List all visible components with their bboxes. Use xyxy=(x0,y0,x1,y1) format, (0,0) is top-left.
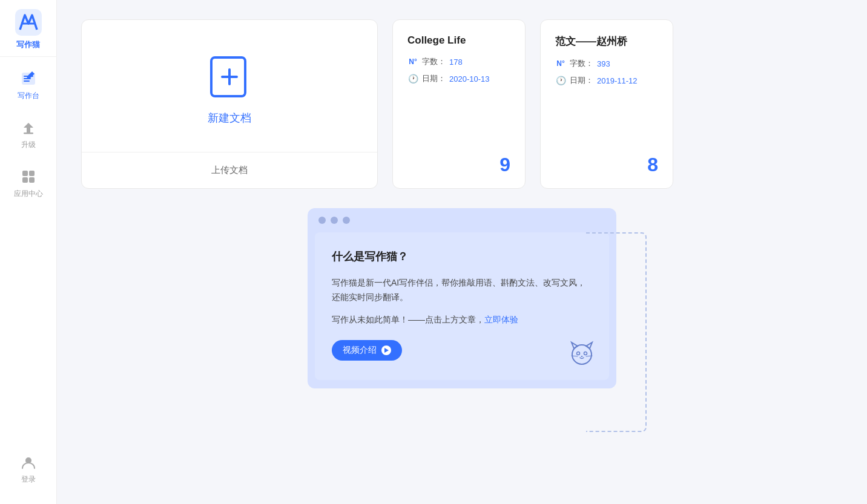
sidebar-item-upgrade[interactable]: 升级 xyxy=(0,111,57,157)
play-icon xyxy=(381,345,391,355)
college-life-wordcount: N° 字数： 178 xyxy=(407,56,510,67)
panel-cta-link[interactable]: 立即体验 xyxy=(484,315,518,324)
fanwen-title: 范文——赵州桥 xyxy=(555,34,658,48)
video-btn-label: 视频介绍 xyxy=(343,345,377,356)
cards-row: 新建文档 上传文档 College Life N° 字数： 178 🕐 日期： … xyxy=(81,19,843,189)
date-label2: 日期： xyxy=(570,75,593,86)
panel-description: 写作猫是新一代AI写作伴侣，帮你推敲用语、斟酌文法、改写文风，还能实时同步翻译。 xyxy=(332,276,592,305)
college-life-title: College Life xyxy=(407,34,510,47)
svg-rect-3 xyxy=(24,133,33,134)
svg-rect-7 xyxy=(29,177,35,183)
login-icon xyxy=(19,453,38,472)
logo-text: 写作猫 xyxy=(16,39,40,50)
sidebar-item-apps[interactable]: 应用中心 xyxy=(0,160,57,206)
college-life-wordcount-value: 178 xyxy=(449,57,463,67)
new-doc-icon xyxy=(205,53,254,101)
cat-mascot xyxy=(567,338,597,368)
panel-cta: 写作从未如此简单！——点击上方文章，立即体验 xyxy=(332,315,592,326)
sidebar-item-upgrade-label: 升级 xyxy=(21,140,36,150)
college-life-date-value: 2020-10-13 xyxy=(449,74,490,83)
fanwen-date: 🕐 日期： 2019-11-12 xyxy=(555,75,658,86)
fanwen-wordcount: N° 字数： 393 xyxy=(555,58,658,69)
svg-marker-13 xyxy=(572,342,578,349)
sidebar-item-write[interactable]: 写作台 xyxy=(0,62,57,108)
fanwen-date-value: 2019-11-12 xyxy=(597,76,638,85)
video-button[interactable]: 视频介绍 xyxy=(332,340,402,361)
fanwen-wordcount-value: 393 xyxy=(597,59,610,68)
sidebar-item-apps-label: 应用中心 xyxy=(14,189,43,199)
college-life-date: 🕐 日期： 2020-10-13 xyxy=(407,73,510,84)
logo-icon xyxy=(13,7,44,38)
svg-point-17 xyxy=(581,356,583,357)
college-life-meta: N° 字数： 178 🕐 日期： 2020-10-13 xyxy=(407,56,510,84)
new-doc-card[interactable]: 新建文档 上传文档 xyxy=(81,19,378,189)
apps-icon xyxy=(19,167,38,186)
svg-point-16 xyxy=(584,352,587,355)
intro-section: 什么是写作猫？ 写作猫是新一代AI写作伴侣，帮你推敲用语、斟酌文法、改写文风，还… xyxy=(81,208,843,388)
new-doc-top: 新建文档 xyxy=(82,20,377,152)
college-life-count: 9 xyxy=(407,154,510,176)
wordcount-label2: 字数： xyxy=(570,58,593,69)
panel-bottom-space xyxy=(308,380,616,388)
upgrade-icon xyxy=(19,118,38,137)
dot2 xyxy=(331,217,338,224)
svg-rect-4 xyxy=(22,171,28,176)
college-life-card[interactable]: College Life N° 字数： 178 🕐 日期： 2020-10-13… xyxy=(392,19,526,189)
upload-doc-area[interactable]: 上传文档 xyxy=(82,152,377,188)
date-icon2: 🕐 xyxy=(555,75,566,86)
upload-doc-label: 上传文档 xyxy=(211,165,248,176)
svg-marker-14 xyxy=(586,342,592,349)
play-triangle xyxy=(384,348,389,353)
sidebar-item-login[interactable]: 登录 xyxy=(0,445,57,492)
fanwen-card[interactable]: 范文——赵州桥 N° 字数： 393 🕐 日期： 2019-11-12 8 xyxy=(540,19,673,189)
new-doc-label: 新建文档 xyxy=(208,111,251,125)
panel-body: 什么是写作猫？ 写作猫是新一代AI写作伴侣，帮你推敲用语、斟酌文法、改写文风，还… xyxy=(315,232,609,380)
panel-titlebar xyxy=(308,208,616,232)
panel-heading: 什么是写作猫？ xyxy=(332,249,592,264)
sidebar-item-write-label: 写作台 xyxy=(18,91,39,101)
wordcount-icon: N° xyxy=(407,56,418,67)
svg-rect-5 xyxy=(29,171,35,176)
fanwen-count: 8 xyxy=(555,154,658,176)
svg-point-15 xyxy=(577,352,580,355)
svg-rect-6 xyxy=(22,177,28,183)
main-content: 新建文档 上传文档 College Life N° 字数： 178 🕐 日期： … xyxy=(57,0,867,504)
date-label: 日期： xyxy=(422,73,446,84)
dot1 xyxy=(318,217,326,224)
panel-cta-text: 写作从未如此简单！——点击上方文章， xyxy=(332,315,484,324)
dot3 xyxy=(343,217,350,224)
write-icon xyxy=(19,69,38,88)
intro-panel: 什么是写作猫？ 写作猫是新一代AI写作伴侣，帮你推敲用语、斟酌文法、改写文风，还… xyxy=(308,208,616,388)
logo-area: 写作猫 xyxy=(0,0,57,57)
wordcount-label: 字数： xyxy=(422,56,446,67)
date-icon: 🕐 xyxy=(407,73,418,84)
sidebar: 写作猫 写作台 升级 xyxy=(0,0,57,504)
wordcount-icon2: N° xyxy=(555,58,566,69)
fanwen-meta: N° 字数： 393 🕐 日期： 2019-11-12 xyxy=(555,58,658,86)
sidebar-item-login-label: 登录 xyxy=(21,474,36,485)
